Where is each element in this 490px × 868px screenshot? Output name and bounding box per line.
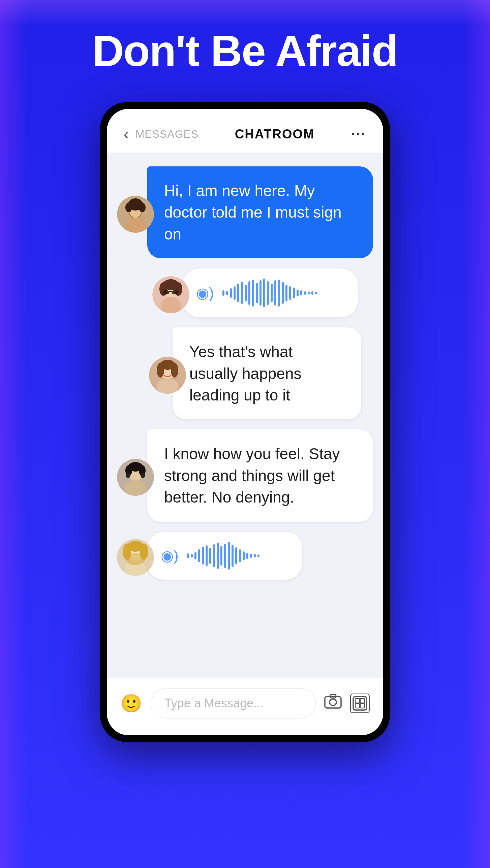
wave-bar — [304, 291, 306, 295]
waveform — [187, 542, 289, 569]
avatar — [117, 459, 154, 496]
avatar — [117, 539, 154, 576]
wave-bar — [187, 553, 189, 558]
voice-message-bubble: ◉) — [147, 532, 302, 580]
table-row: ◉) — [117, 269, 373, 317]
messages-label: MESSAGES — [136, 128, 199, 141]
table-row: Hi, I am new here. My doctor told me I m… — [117, 166, 373, 258]
wave-bar — [232, 545, 234, 567]
avatar — [152, 276, 190, 313]
wave-bar — [270, 284, 272, 302]
svg-rect-41 — [355, 699, 359, 703]
svg-point-36 — [126, 553, 145, 565]
wave-bar — [248, 281, 250, 305]
wave-bar — [267, 281, 269, 305]
wave-bar — [206, 545, 208, 566]
avatar — [149, 357, 186, 394]
phone-mockup: ‹ MESSAGES CHATROOM ··· — [100, 102, 390, 742]
wave-bar — [198, 549, 200, 562]
svg-point-6 — [139, 203, 146, 212]
message-bubble: I know how you feel. Stay strong and thi… — [147, 430, 373, 521]
voice-message-bubble: ◉) — [183, 269, 358, 317]
svg-rect-44 — [360, 704, 365, 708]
wave-bar — [308, 292, 310, 294]
svg-point-28 — [126, 473, 131, 478]
back-button[interactable]: ‹ — [124, 126, 129, 143]
wave-bar — [274, 280, 276, 306]
wave-bar — [254, 554, 256, 557]
message-placeholder: Type a Message... — [165, 696, 263, 710]
svg-rect-13 — [163, 290, 169, 294]
wave-bar — [230, 288, 232, 298]
wave-bar — [221, 546, 223, 565]
wave-bar — [213, 544, 215, 567]
wave-bar — [285, 285, 287, 302]
message-text: Yes that's what usually happens leading … — [190, 343, 301, 404]
phone-screen: ‹ MESSAGES CHATROOM ··· — [107, 109, 383, 735]
wave-bar — [250, 554, 252, 558]
wave-bar — [226, 291, 228, 295]
wave-bar — [252, 280, 254, 307]
message-text: I know how you feel. Stay strong and thi… — [164, 445, 340, 506]
wave-bar — [257, 554, 259, 557]
header-left: ‹ MESSAGES — [124, 126, 199, 143]
svg-point-29 — [141, 473, 145, 478]
play-icon: ◉) — [161, 547, 179, 564]
svg-rect-42 — [360, 699, 365, 703]
wave-bar — [311, 291, 313, 295]
camera-button[interactable] — [324, 693, 342, 713]
play-icon: ◉) — [196, 284, 214, 302]
wave-bar — [223, 290, 225, 296]
wave-bar — [293, 288, 295, 298]
wave-bar — [191, 554, 193, 557]
wave-bar — [263, 279, 265, 307]
wave-bar — [235, 547, 237, 564]
wave-bar — [195, 552, 197, 559]
emoji-button[interactable]: 🙂 — [120, 693, 142, 714]
table-row: ◉) — [117, 532, 373, 580]
chat-input-bar: 🙂 Type a Message... — [107, 678, 383, 735]
wave-bar — [289, 286, 291, 300]
wave-bar — [237, 284, 239, 302]
svg-rect-14 — [172, 290, 178, 294]
wave-bar — [259, 280, 261, 306]
wave-bar — [246, 553, 248, 559]
message-input[interactable]: Type a Message... — [151, 688, 316, 718]
chatroom-label: CHATROOM — [235, 127, 315, 142]
avatar — [117, 196, 154, 233]
wave-bar — [296, 290, 298, 297]
waveform — [223, 279, 344, 307]
wave-bar — [245, 285, 247, 302]
table-row: Yes that's what usually happens leading … — [117, 328, 373, 420]
message-bubble: Hi, I am new here. My doctor told me I m… — [147, 166, 373, 258]
wave-bar — [300, 290, 302, 296]
svg-point-5 — [125, 203, 132, 212]
wave-bar — [209, 548, 211, 564]
chat-messages: Hi, I am new here. My doctor told me I m… — [107, 153, 383, 678]
svg-point-38 — [329, 699, 336, 706]
svg-point-20 — [157, 363, 164, 378]
page-headline: Don't Be Afraid — [92, 27, 398, 75]
table-row: I know how you feel. Stay strong and thi… — [117, 430, 373, 521]
wave-bar — [256, 283, 258, 303]
wave-bar — [228, 542, 230, 569]
wave-bar — [202, 547, 204, 564]
wave-bar — [224, 544, 226, 568]
wave-bar — [278, 280, 280, 307]
wave-bar — [239, 549, 241, 562]
wave-bar — [315, 292, 317, 294]
chat-header: ‹ MESSAGES CHATROOM ··· — [107, 109, 383, 153]
wave-bar — [217, 542, 219, 569]
message-bubble: Yes that's what usually happens leading … — [173, 328, 361, 420]
wave-bar — [243, 551, 245, 560]
message-text: Hi, I am new here. My doctor told me I m… — [164, 182, 342, 243]
wave-bar — [282, 282, 284, 304]
more-options-button[interactable]: ··· — [351, 126, 366, 143]
wave-bar — [241, 282, 243, 304]
gallery-button[interactable] — [350, 693, 370, 713]
wave-bar — [234, 286, 236, 300]
svg-rect-43 — [355, 704, 359, 708]
svg-point-21 — [171, 363, 178, 378]
